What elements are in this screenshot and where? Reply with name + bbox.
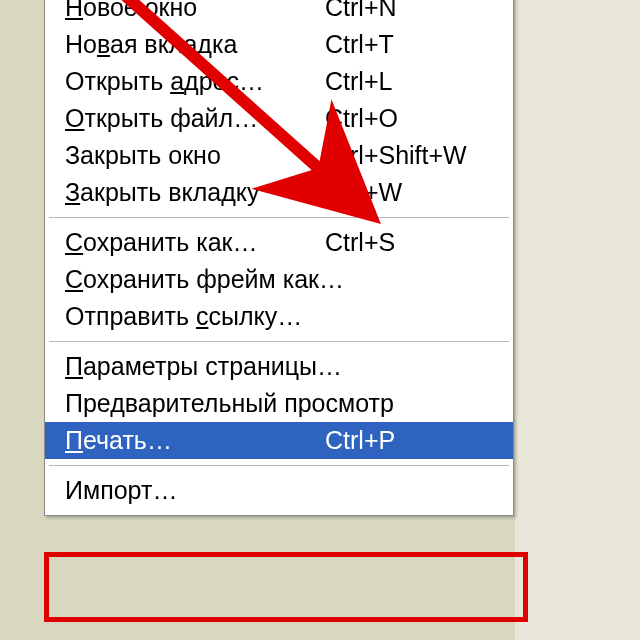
menu-item-shortcut: Ctrl+N: [325, 0, 397, 22]
menu-item-label: Открыть адрес…: [65, 67, 325, 96]
menu-item-label: Параметры страницы…: [65, 352, 342, 381]
menu-item-shortcut: Ctrl+O: [325, 104, 398, 133]
annotation-highlight-box: [44, 552, 528, 622]
menu-item-shortcut: Ctrl+L: [325, 67, 392, 96]
menu-item[interactable]: Закрыть окноCtrl+Shift+W: [45, 137, 513, 174]
menu-item[interactable]: Открыть адрес…Ctrl+L: [45, 63, 513, 100]
menu-item[interactable]: Импорт…: [45, 472, 513, 509]
background-panel: [515, 0, 640, 640]
menu-separator: [49, 341, 509, 342]
menu-item[interactable]: Сохранить как…Ctrl+S: [45, 224, 513, 261]
menu-item-shortcut: Ctrl+P: [325, 426, 395, 455]
menu-separator: [49, 217, 509, 218]
menu-item[interactable]: Новая вкладкаCtrl+T: [45, 26, 513, 63]
menu-item-label: Закрыть окно: [65, 141, 325, 170]
menu-item[interactable]: Параметры страницы…: [45, 348, 513, 385]
file-menu: Новое окноCtrl+NНовая вкладкаCtrl+TОткры…: [44, 0, 514, 516]
menu-item-label: Закрыть вкладку: [65, 178, 325, 207]
menu-item-label: Новое окно: [65, 0, 325, 22]
menu-item[interactable]: Сохранить фрейм как…: [45, 261, 513, 298]
menu-separator: [49, 465, 509, 466]
menu-item[interactable]: Отправить ссылку…: [45, 298, 513, 335]
menu-item-shortcut: Ctrl+S: [325, 228, 395, 257]
menu-item[interactable]: Печать…Ctrl+P: [45, 422, 513, 459]
menu-item-label: Печать…: [65, 426, 325, 455]
menu-item-label: Новая вкладка: [65, 30, 325, 59]
menu-item-label: Импорт…: [65, 476, 325, 505]
menu-item-label: Отправить ссылку…: [65, 302, 325, 331]
menu-item-shortcut: Ctrl+Shift+W: [325, 141, 467, 170]
menu-item-label: Открыть файл…: [65, 104, 325, 133]
menu-item-shortcut: Ctrl+W: [325, 178, 402, 207]
menu-item[interactable]: Открыть файл…Ctrl+O: [45, 100, 513, 137]
menu-item-label: Предварительный просмотр: [65, 389, 394, 418]
menu-item[interactable]: Новое окноCtrl+N: [45, 0, 513, 26]
menu-item-label: Сохранить фрейм как…: [65, 265, 344, 294]
menu-item-shortcut: Ctrl+T: [325, 30, 394, 59]
menu-item[interactable]: Закрыть вкладкуCtrl+W: [45, 174, 513, 211]
menu-item-label: Сохранить как…: [65, 228, 325, 257]
menu-item[interactable]: Предварительный просмотр: [45, 385, 513, 422]
